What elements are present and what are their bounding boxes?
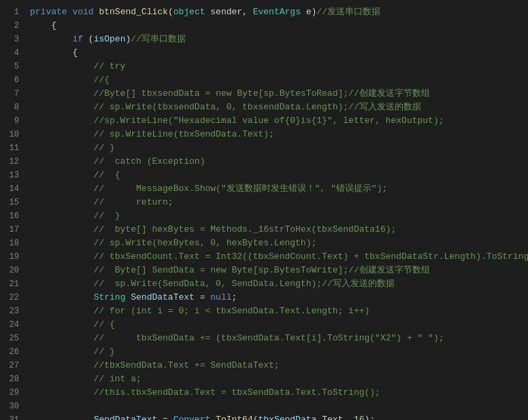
line-number: 23 [3, 304, 30, 318]
table-row: 9 //sp.WriteLine("Hexadecimal value of{0… [0, 114, 528, 128]
line-number: 5 [3, 60, 30, 73]
table-row: 6 //{ [0, 73, 528, 87]
line-number: 26 [3, 345, 30, 359]
token-plain: ( [253, 415, 259, 420]
table-row: 31 SendDataText = Convert.ToInt64(tbxSen… [0, 413, 528, 420]
token-comment: // byte[] hexBytes = Methods._16strToHex… [30, 224, 396, 234]
line-content: // Byte[] SendData = new Byte[sp.BytesTo… [30, 264, 525, 277]
line-content: //Byte[] tbxsendData = new Byte[sp.Bytes… [30, 87, 525, 101]
token-comment: // MessageBox.Show("发送数据时发生错误！", "错误提示")… [30, 183, 387, 194]
token-comment: //发送串口数据 [316, 7, 380, 17]
line-number: 24 [3, 318, 30, 332]
token-plain: { [30, 48, 78, 58]
token-var: tbxSendData [259, 415, 317, 420]
line-content: private void btnSend_Click(object sender… [30, 5, 525, 19]
token-comment: // sp.Write(hexBytes, 0, hexBytes.Length… [30, 238, 316, 248]
line-content: // sp.WriteLine(tbxSendData.Text); [30, 128, 525, 141]
line-content: // int a; [30, 372, 525, 386]
token-var: SendDataText [94, 415, 158, 420]
line-content: // for (int i = 0; i < tbxSendData.Text.… [30, 304, 525, 318]
line-number: 20 [3, 264, 30, 277]
line-number: 30 [3, 400, 30, 413]
line-number: 13 [3, 169, 30, 182]
table-row: 15 // return; [0, 196, 528, 209]
line-number: 4 [3, 46, 30, 60]
table-row: 10 // sp.WriteLine(tbxSendData.Text); [0, 128, 528, 141]
token-plain: = [157, 415, 173, 420]
line-content: //sp.WriteLine("Hexadecimal value of{0}i… [30, 114, 525, 128]
line-number: 7 [3, 87, 30, 101]
table-row: 18 // sp.Write(hexBytes, 0, hexBytes.Len… [0, 237, 528, 250]
token-kw: null [210, 292, 231, 302]
line-number: 29 [3, 386, 30, 400]
table-row: 13 // { [0, 169, 528, 182]
token-kw: void [72, 7, 93, 17]
line-number: 28 [3, 372, 30, 386]
token-method: btnSend_Click [99, 7, 167, 17]
table-row: 4 { [0, 46, 528, 60]
line-number: 22 [3, 291, 30, 304]
line-number: 27 [3, 359, 30, 372]
line-content: // MessageBox.Show("发送数据时发生错误！", "错误提示")… [30, 182, 525, 196]
token-comment: // sp.WriteLine(tbxSendData.Text); [30, 129, 274, 139]
line-content: // } [30, 209, 525, 223]
token-comment: // catch (Exception) [30, 156, 205, 167]
token-var: SendDataText [131, 292, 195, 302]
line-number: 10 [3, 128, 30, 141]
table-row: 21 // sp.Write(SendData, 0, SendData.Len… [0, 277, 528, 291]
token-comment: // { [30, 319, 115, 330]
line-content: // catch (Exception) [30, 155, 525, 169]
line-content: if (isOpen)//写串口数据 [30, 33, 525, 46]
token-comment: //{ [30, 75, 110, 85]
token-type: object [174, 7, 205, 17]
line-content: // byte[] hexBytes = Methods._16strToHex… [30, 223, 525, 237]
token-comment: // try [30, 61, 125, 71]
line-number: 17 [3, 223, 30, 237]
line-number: 11 [3, 141, 30, 155]
token-comment: //写串口数据 [131, 34, 186, 44]
line-number: 6 [3, 73, 30, 87]
line-number: 19 [3, 250, 30, 264]
table-row: 28 // int a; [0, 372, 528, 386]
line-content: { [30, 46, 525, 60]
table-row: 12 // catch (Exception) [0, 155, 528, 169]
token-comment: // int a; [30, 374, 142, 384]
table-row: 25 // tbxSendData += (tbxSendData.Text[i… [0, 332, 528, 345]
table-row: 3 if (isOpen)//写串口数据 [0, 33, 528, 46]
table-row: 19 // tbxSendCount.Text = Int32((tbxSend… [0, 250, 528, 264]
token-comment: // { [30, 170, 120, 180]
line-number: 25 [3, 332, 30, 345]
table-row: 1private void btnSend_Click(object sende… [0, 5, 528, 19]
table-row: 22 String SendDataText = null; [0, 291, 528, 304]
table-row: 5 // try [0, 60, 528, 73]
line-number: 16 [3, 209, 30, 223]
table-row: 11 // } [0, 141, 528, 155]
line-content: // try [30, 60, 525, 73]
token-comment: // Byte[] SendData = new Byte[sp.BytesTo… [30, 265, 430, 275]
token-plain [30, 292, 94, 302]
token-plain: ( [168, 7, 174, 17]
token-comment: // for (int i = 0; i < tbxSendData.Text.… [30, 306, 369, 316]
convert-link[interactable]: Convert [174, 415, 211, 420]
token-method: ToInt64 [216, 415, 253, 420]
line-number: 1 [3, 5, 30, 19]
line-content: // sp.Write(SendData, 0, SendData.Length… [30, 277, 525, 291]
token-comment: // sp.Write(SendData, 0, SendData.Length… [30, 279, 395, 289]
token-plain: .Text, [316, 415, 354, 420]
table-row: 23 // for (int i = 0; i < tbxSendData.Te… [0, 304, 528, 318]
table-row: 24 // { [0, 318, 528, 332]
line-number: 9 [3, 114, 30, 128]
token-comment: //sp.WriteLine("Hexadecimal value of{0}i… [30, 116, 444, 126]
line-content: // } [30, 141, 525, 155]
line-content: { [30, 19, 525, 33]
line-content: // tbxSendCount.Text = Int32((tbxSendCou… [30, 250, 528, 264]
table-row: 20 // Byte[] SendData = new Byte[sp.Byte… [0, 264, 528, 277]
token-plain: . [210, 415, 216, 420]
token-comment: // sp.Write(tbxsendData, 0, tbxsendData.… [30, 102, 421, 112]
token-comment: // return; [30, 197, 174, 207]
token-kw: private [30, 7, 67, 17]
token-comment: // } [30, 143, 115, 153]
line-number: 12 [3, 155, 30, 169]
token-plain: ; [232, 292, 237, 302]
table-row: 26 // } [0, 345, 528, 359]
